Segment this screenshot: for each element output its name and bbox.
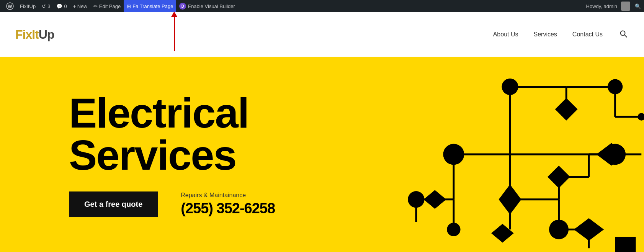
hero-title: Electrical Services	[69, 92, 275, 176]
site-nav: About Us Services Contact Us	[493, 28, 629, 41]
wp-logo-button[interactable]: W	[3, 0, 17, 12]
get-quote-button[interactable]: Get a free quote	[69, 191, 158, 217]
hero-content: Electrical Services Get a free quote Rep…	[69, 92, 275, 217]
arrow-line	[174, 17, 175, 51]
svg-marker-33	[555, 98, 578, 121]
logo-up: Up	[39, 28, 54, 41]
hero-title-line1: Electrical	[69, 89, 248, 136]
comments-button[interactable]: 💬 0	[53, 0, 70, 12]
hero-title-line2: Services	[69, 131, 236, 178]
comments-count: 0	[64, 3, 67, 9]
contact-tagline: Repairs & Maintainance	[181, 192, 275, 199]
svg-line-3	[624, 35, 627, 37]
hero-section: Electrical Services Get a free quote Rep…	[0, 57, 644, 252]
revision-icon: ↺	[42, 3, 46, 9]
revision-count: 3	[47, 3, 50, 9]
translate-page-label: Fa Translate Page	[132, 3, 173, 9]
edit-page-label: Edit Page	[99, 3, 121, 9]
svg-marker-34	[499, 184, 521, 214]
site-name-label: FixItUp	[20, 3, 36, 9]
svg-point-41	[637, 113, 644, 121]
arrow-annotation	[171, 11, 177, 51]
svg-point-27	[502, 79, 518, 95]
site-logo[interactable]: FixItUp	[15, 28, 54, 42]
get-quote-label: Get a free quote	[84, 200, 142, 208]
edit-page-button[interactable]: ✏ Edit Page	[90, 0, 124, 12]
admin-avatar	[621, 2, 630, 11]
nav-contact-us[interactable]: Contact Us	[572, 31, 603, 38]
site-header: FixItUp About Us Services Contact Us	[0, 12, 644, 57]
nav-about-us[interactable]: About Us	[493, 31, 518, 38]
svg-point-31	[549, 220, 569, 239]
edit-icon: ✏	[93, 3, 98, 9]
visual-builder-label: Enable Visual Builder	[188, 3, 235, 9]
search-icon	[619, 30, 627, 38]
svg-point-28	[608, 79, 623, 94]
new-button[interactable]: + New	[70, 0, 90, 12]
svg-text:W: W	[8, 4, 12, 9]
new-label: + New	[73, 3, 87, 9]
svg-point-26	[443, 144, 464, 165]
comments-icon: 💬	[56, 3, 62, 9]
translate-icon: ⊞	[127, 3, 131, 9]
svg-marker-36	[574, 218, 604, 241]
search-button[interactable]	[618, 28, 629, 41]
admin-bar-right: Howdy, admin 🔍	[586, 2, 641, 11]
site-name-button[interactable]: FixItUp	[17, 0, 39, 12]
translate-page-button[interactable]: ⊞ Fa Translate Page	[124, 0, 176, 12]
svg-marker-35	[548, 165, 570, 188]
nav-services[interactable]: Services	[534, 31, 557, 38]
arrow-head	[171, 11, 177, 17]
howdy-label: Howdy, admin	[586, 3, 617, 9]
search-admin-icon[interactable]: 🔍	[635, 3, 641, 9]
visual-builder-button[interactable]: D Enable Visual Builder	[176, 0, 238, 12]
contact-phone: (255) 352-6258	[181, 200, 275, 217]
logo-it: It	[32, 28, 39, 41]
hero-cta-row: Get a free quote Repairs & Maintainance …	[69, 191, 275, 217]
svg-rect-40	[615, 237, 636, 252]
svg-point-30	[408, 191, 424, 208]
contact-info: Repairs & Maintainance (255) 352-6258	[181, 192, 275, 217]
circuit-graphic	[376, 57, 644, 252]
revisions-button[interactable]: ↺ 3	[39, 0, 53, 12]
divi-icon: D	[179, 3, 186, 10]
svg-point-32	[447, 223, 460, 236]
logo-fix: Fix	[15, 28, 32, 41]
admin-bar: W FixItUp ↺ 3 💬 0 + New ✏ Edit Page ⊞ Fa…	[0, 0, 644, 12]
svg-marker-38	[423, 190, 446, 209]
